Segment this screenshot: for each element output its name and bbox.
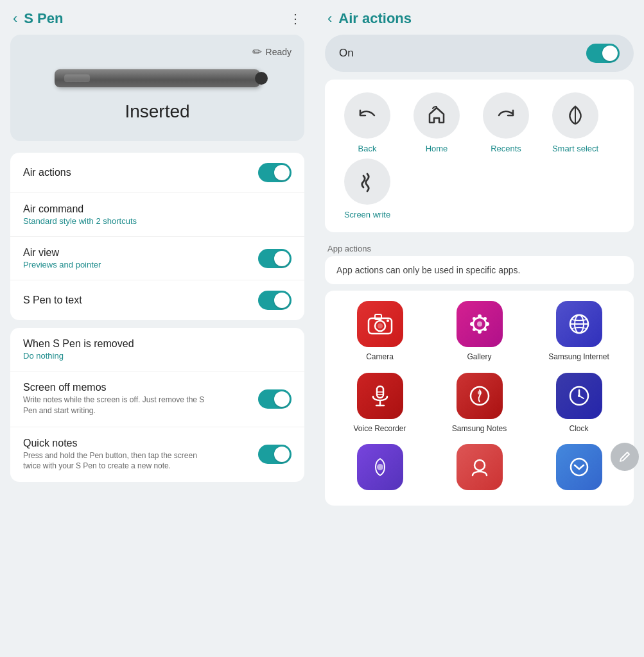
back-button-right[interactable]: ‹ [327,10,332,27]
svg-point-30 [474,460,485,470]
camera-app-icon [357,301,403,347]
gesture-smart-select[interactable]: Smart select [543,92,607,153]
svg-point-4 [387,320,389,322]
air-view-row[interactable]: Air view Previews and pointer [10,237,304,280]
air-command-row[interactable]: Air command Standard style with 2 shortc… [10,193,304,237]
right-panel: ‹ Air actions On Back [315,0,644,657]
app-5[interactable] [435,444,524,495]
when-removed-sub: Do nothing [23,351,292,361]
back-gesture-icon [344,92,390,139]
spen-ready-indicator: ✏ Ready [252,45,292,59]
air-actions-master-toggle[interactable] [586,44,620,63]
quick-notes-row[interactable]: Quick notes Press and hold the Pen butto… [10,427,304,482]
screen-off-memos-row[interactable]: Screen off memos Write notes while the s… [10,371,304,427]
gesture-back[interactable]: Back [335,92,399,153]
when-removed-row[interactable]: When S Pen is removed Do nothing [10,328,304,371]
air-actions-toggle[interactable] [258,163,292,182]
gesture-recents[interactable]: Recents [474,92,538,153]
air-actions-row[interactable]: Air actions [10,153,304,193]
smart-select-gesture-label: Smart select [552,144,598,153]
screen-off-memos-toggle[interactable] [258,389,292,409]
svg-point-12 [483,328,487,331]
spen-to-text-label: S Pen to text [23,294,258,306]
samsung-notes-app-icon [457,373,503,419]
air-command-sub: Standard style with 2 shortcuts [23,216,292,226]
app-voice-recorder[interactable]: Voice Recorder [335,373,424,434]
settings-section-1: Air actions Air command Standard style w… [10,153,304,320]
back-gesture-label: Back [358,144,377,153]
svg-point-8 [478,330,482,334]
app-samsung-internet[interactable]: Samsung Internet [534,301,623,363]
on-label: On [339,47,354,60]
pen-ready-icon: ✏ [252,45,262,59]
camera-app-label: Camera [366,352,394,363]
svg-point-9 [470,322,474,326]
app5-icon [457,444,503,490]
right-title: Air actions [338,10,631,27]
inserted-label: Inserted [125,101,189,122]
svg-point-2 [378,323,383,328]
quick-notes-desc: Press and hold the Pen button, then tap … [23,450,216,472]
gesture-home[interactable]: Home [405,92,469,153]
gesture-screen-write[interactable]: Screen write [335,158,399,219]
app-4[interactable] [335,444,424,495]
recents-gesture-label: Recents [491,144,521,153]
left-title: S Pen [24,10,289,27]
clock-app-icon [556,373,602,419]
air-view-label: Air view [23,247,258,259]
svg-point-7 [478,314,482,318]
voice-recorder-app-label: Voice Recorder [353,424,406,434]
gallery-app-label: Gallery [467,352,491,363]
settings-section-2: When S Pen is removed Do nothing Screen … [10,328,304,482]
air-view-toggle[interactable] [258,249,292,268]
voice-recorder-app-icon [357,373,403,419]
app-grid-section: Camera [325,291,634,506]
air-command-label: Air command [23,203,292,215]
recents-gesture-icon [483,92,529,139]
gallery-app-icon [457,301,503,347]
svg-point-31 [571,459,587,475]
screen-off-memos-desc: Write notes while the screen is off. Jus… [23,395,216,416]
spen-status-area: ✏ Ready Inserted [10,35,304,141]
svg-point-10 [485,322,489,326]
svg-point-28 [578,395,580,397]
spen-to-text-row[interactable]: S Pen to text [10,280,304,320]
more-options-left[interactable]: ⋮ [289,11,302,26]
left-panel: ‹ S Pen ⋮ ✏ Ready Inserted Air actions A… [0,0,315,657]
app-6[interactable] [534,444,623,495]
svg-point-11 [473,317,476,320]
quick-notes-toggle[interactable] [258,445,292,464]
app-samsung-notes[interactable]: Samsung Notes [435,373,524,434]
when-removed-label: When S Pen is removed [23,338,292,350]
gesture-section: Back Home [325,80,634,232]
on-toggle-row[interactable]: On [325,35,634,72]
screen-off-memos-label: Screen off memos [23,382,258,393]
screen-write-gesture-label: Screen write [344,210,390,219]
samsung-internet-app-icon [556,301,602,347]
app-actions-note: App actions can only be used in specific… [325,256,634,284]
app6-icon [556,444,602,490]
app-actions-section-label: App actions [315,239,644,256]
svg-point-6 [477,321,482,327]
ready-label: Ready [266,47,292,57]
screen-write-gesture-icon [344,158,390,205]
clock-app-label: Clock [569,424,588,434]
smart-select-gesture-icon [552,92,598,139]
gesture-grid: Back Home [335,92,623,219]
samsung-internet-app-label: Samsung Internet [548,352,609,363]
svg-point-29 [377,464,383,470]
quick-notes-label: Quick notes [23,438,258,449]
float-edit-button[interactable] [611,443,639,471]
svg-point-13 [483,317,487,320]
samsung-notes-app-label: Samsung Notes [452,424,507,434]
app-clock[interactable]: Clock [534,373,623,434]
app-grid: Camera [335,301,623,495]
air-actions-label: Air actions [23,167,258,178]
home-gesture-label: Home [426,144,448,153]
back-button-left[interactable]: ‹ [13,10,17,27]
app-camera[interactable]: Camera [335,301,424,363]
spen-to-text-toggle[interactable] [258,291,292,310]
air-view-sub: Previews and pointer [23,260,258,269]
app-gallery[interactable]: Gallery [435,301,524,363]
right-header: ‹ Air actions [315,0,644,35]
